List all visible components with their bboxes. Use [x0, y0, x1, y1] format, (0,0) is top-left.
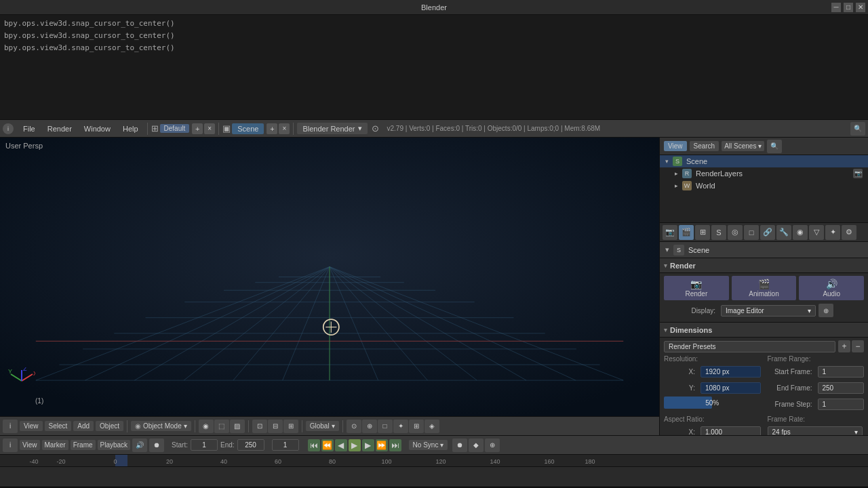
pivot-dropdown[interactable]: Global ▾	[306, 421, 339, 431]
constraints-icon[interactable]: 🔗	[760, 225, 775, 240]
jump-start-button[interactable]: ⏮	[308, 439, 320, 451]
proportional-edit-button[interactable]: ⊙	[347, 420, 361, 433]
renderlayers-item[interactable]: ▸ R RenderLayers 📷	[669, 167, 868, 180]
record-icon[interactable]: ⏺	[149, 439, 164, 452]
world-props-icon[interactable]: ◎	[728, 225, 743, 240]
material-icon[interactable]: ◉	[793, 225, 808, 240]
physics-icon[interactable]: ⚙	[842, 225, 856, 240]
aspect-x-input[interactable]: 1.000	[701, 426, 761, 436]
render-preview-button[interactable]: □	[378, 420, 393, 433]
help-menu[interactable]: Help	[117, 123, 144, 134]
select-menu-button[interactable]: Select	[45, 421, 72, 431]
search-button[interactable]: Search	[690, 141, 719, 151]
prev-keyframe-button[interactable]: ◀	[335, 439, 347, 451]
render-section-header[interactable]: ▾ Render	[660, 258, 868, 273]
vert-select-button[interactable]: ⊡	[252, 420, 267, 433]
keyframe-type-button[interactable]: ◆	[469, 439, 484, 452]
wireframe-button[interactable]: ⬚	[214, 420, 229, 433]
marker-button[interactable]: Marker	[42, 440, 68, 450]
console-line-3: bpy.ops.view3d.snap_cursor_to_center()	[4, 42, 864, 54]
sync-dropdown-wrap: No Sync ▾	[409, 440, 448, 450]
prev-frame-button[interactable]: ⏪	[321, 439, 334, 451]
add-layout-button[interactable]: +	[192, 123, 203, 134]
render-settings-icon[interactable]: 🎬	[679, 225, 694, 240]
maximize-button[interactable]: □	[844, 3, 853, 12]
dimensions-section-label: Dimensions	[670, 326, 712, 334]
frame-button[interactable]: Frame	[71, 440, 96, 450]
scenes-dropdown[interactable]: All Scenes ▾	[722, 141, 764, 151]
sync-dropdown[interactable]: No Sync ▾	[409, 440, 448, 450]
face-select-button[interactable]: ⊞	[283, 420, 298, 433]
close-button[interactable]: ✕	[856, 3, 865, 12]
viewport-3d[interactable]: User Persp X Y Z (1) i View Select Add O…	[0, 138, 659, 435]
record-button[interactable]: ⏺	[452, 439, 467, 452]
data-icon[interactable]: ▽	[809, 225, 824, 240]
texture-button[interactable]: ▨	[230, 420, 245, 433]
file-menu[interactable]: File	[18, 123, 41, 134]
modifiers-icon[interactable]: 🔧	[776, 225, 791, 240]
window-menu[interactable]: Window	[79, 123, 116, 134]
current-frame-input[interactable]	[272, 439, 299, 451]
edit-icons: ⊡ ⊟ ⊞	[252, 420, 298, 433]
framerate-dropdown[interactable]: 24 fps ▾	[768, 426, 863, 436]
outliner-panel: ▾ S Scene ▸ R RenderLayers 📷 ▸ W World	[660, 155, 868, 223]
scene-props-icon[interactable]: S	[711, 225, 726, 240]
render-menu[interactable]: Render	[42, 123, 77, 134]
percent-bar[interactable]: 50%	[664, 396, 761, 409]
play-button[interactable]: ▶	[349, 439, 361, 451]
close-layout-button[interactable]: ×	[204, 123, 215, 134]
renderlayers-settings-button[interactable]: 📷	[853, 169, 863, 178]
particles-icon[interactable]: ✦	[825, 225, 840, 240]
minimize-button[interactable]: ─	[831, 3, 841, 12]
render-presets-dropdown[interactable]: Render Presets	[664, 341, 835, 352]
mirror-button[interactable]: ⊞	[409, 420, 424, 433]
jump-end-button[interactable]: ⏭	[389, 439, 401, 451]
view-button[interactable]: View	[664, 141, 687, 151]
edge-select-button[interactable]: ⊟	[268, 420, 283, 433]
presets-plus-minus: + −	[838, 340, 864, 352]
add-menu-button[interactable]: Add	[73, 421, 94, 431]
render-button[interactable]: 📷 Render	[664, 276, 729, 300]
layers-props-icon[interactable]: ⊞	[695, 225, 710, 240]
presets-add-button[interactable]: +	[838, 340, 850, 352]
playback-button[interactable]: Playback	[98, 440, 131, 450]
next-frame-button[interactable]: ⏩	[376, 439, 388, 451]
manipulator-button[interactable]: ✦	[393, 420, 408, 433]
physics-viz-button[interactable]: ◈	[425, 420, 439, 433]
search-header-button[interactable]: 🔍	[850, 122, 865, 136]
display-settings-button[interactable]: ⊕	[818, 304, 833, 317]
view-timeline-button[interactable]: View	[20, 440, 40, 450]
keying-sets-button[interactable]: ⊕	[485, 439, 500, 452]
world-item[interactable]: ▸ W World	[669, 180, 868, 192]
view-menu-button[interactable]: View	[20, 421, 43, 431]
render-props-icon[interactable]: 📷	[663, 225, 677, 240]
next-keyframe-button[interactable]: ▶	[362, 439, 374, 451]
res-y-input[interactable]: 1080 px	[701, 382, 761, 394]
solid-shading-button[interactable]: ◉	[199, 420, 214, 433]
animation-button[interactable]: 🎬 Animation	[732, 276, 797, 300]
frame-step-input[interactable]: 1	[818, 399, 865, 410]
res-x-input[interactable]: 1920 px	[701, 366, 761, 378]
render-engine-selector[interactable]: Blender Render ▾	[297, 123, 367, 134]
world-label: World	[696, 182, 715, 190]
search-outliner-button[interactable]: 🔍	[767, 140, 782, 153]
start-frame-input[interactable]: 1	[818, 366, 865, 378]
start-frame-tl-input[interactable]	[191, 439, 218, 451]
end-frame-input[interactable]: 250	[818, 382, 865, 394]
add-scene-button[interactable]: +	[267, 123, 277, 134]
object-props-icon[interactable]: □	[744, 225, 759, 240]
close-scene-button[interactable]: ×	[279, 123, 290, 134]
object-menu-button[interactable]: Object	[96, 421, 123, 431]
dimensions-section-header[interactable]: ▾ Dimensions	[660, 323, 868, 338]
mode-dropdown[interactable]: ◉ Object Mode ▾	[131, 421, 191, 431]
scene-item[interactable]: ▾ S Scene	[660, 155, 868, 167]
scene-tab[interactable]: Scene	[232, 123, 264, 134]
layout-tab[interactable]: Default	[160, 124, 190, 133]
audio-button[interactable]: 🔊 Audio	[799, 276, 864, 300]
resolution-frame-range: Resolution: X: 1920 px Y: 1080 px 50%	[664, 355, 864, 413]
display-dropdown[interactable]: Image Editor ▾	[721, 305, 816, 317]
end-frame-tl-input[interactable]	[237, 439, 264, 451]
audio-sync-icon[interactable]: 🔊	[132, 439, 147, 452]
snap-button[interactable]: ⊕	[362, 420, 377, 433]
presets-remove-button[interactable]: −	[852, 340, 864, 352]
